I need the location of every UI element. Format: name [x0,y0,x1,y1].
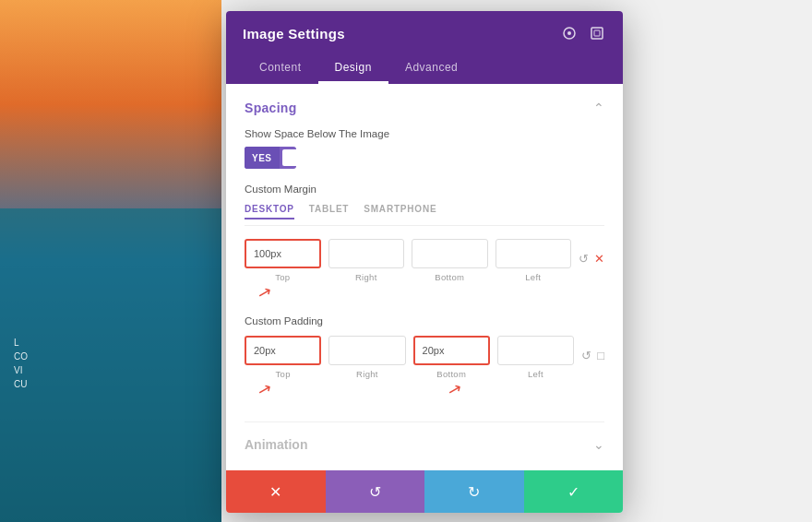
modal-body: Spacing ⌃ Show Space Below The Image YES… [226,84,623,470]
padding-right-group: Right [328,336,405,379]
padding-row-actions: ↺ □ [581,349,604,379]
margin-bottom-group: Bottom [412,239,488,282]
padding-right-input[interactable] [328,336,405,365]
teal-overlay: L CO VI CU [0,208,221,522]
expand-icon[interactable] [588,24,606,42]
margin-reset-icon[interactable]: ↺ [579,252,589,266]
animation-section: Animation ⌄ [245,422,604,461]
cancel-icon: ✕ [269,483,281,501]
svg-point-1 [567,31,571,35]
svg-rect-3 [594,30,600,36]
margin-top-label: Top [275,272,290,282]
overlay-text-1: L [14,338,208,348]
background-image: L CO VI CU [0,0,221,522]
show-space-row: Show Space Below The Image YES [245,128,604,169]
margin-top-group: Top [245,239,321,282]
animation-title: Animation [245,437,307,452]
image-settings-modal: Image Settings Content Design [226,11,623,513]
margin-clear-icon[interactable]: ✕ [594,252,604,266]
overlay-text-2: CO [14,351,208,362]
tab-design[interactable]: Design [318,53,388,84]
tab-content[interactable]: Content [243,53,318,84]
custom-margin-label: Custom Margin [245,184,604,195]
toggle-thumb [282,149,296,166]
padding-responsive-icon[interactable]: □ [597,349,604,362]
cancel-button[interactable]: ✕ [226,470,326,513]
margin-left-input[interactable] [496,239,572,268]
overlay-text-4: CU [14,379,208,389]
padding-bottom-label: Bottom [436,369,466,379]
padding-top-group: Top [245,336,321,379]
save-icon: ✓ [567,483,579,501]
device-tab-desktop[interactable]: DESKTOP [245,204,294,219]
device-tab-tablet[interactable]: TABLET [309,204,350,219]
reset-button[interactable]: ↺ [326,470,425,513]
padding-bottom-input[interactable] [413,336,490,365]
toggle-yes-label: YES [245,147,280,169]
margin-top-input[interactable] [245,239,321,268]
margin-right-group: Right [328,239,405,282]
padding-top-label: Top [276,369,291,379]
padding-left-label: Left [528,369,543,379]
padding-top-input[interactable] [245,336,321,365]
margin-row-actions: ↺ ✕ [579,252,604,282]
padding-right-label: Right [356,369,378,379]
save-button[interactable]: ✓ [524,470,624,513]
redo-icon: ↻ [468,483,480,501]
tab-advanced[interactable]: Advanced [388,53,474,84]
show-space-label: Show Space Below The Image [245,128,604,139]
device-tabs: DESKTOP TABLET SMARTPHONE [245,204,604,226]
padding-input-row: Top Right Bottom Left ↺ □ [245,336,604,379]
modal-title-row: Image Settings [243,24,606,42]
margin-left-group: Left [496,239,572,282]
device-tab-smartphone[interactable]: SMARTPHONE [364,204,436,219]
modal-tabs: Content Design Advanced [243,53,606,84]
modal-footer: ✕ ↺ ↻ ✓ [226,470,623,513]
margin-input-row: Top Right Bottom Left ↺ ✕ [245,239,604,282]
yes-no-toggle[interactable]: YES [245,147,296,169]
custom-padding-label: Custom Padding [245,315,604,326]
padding-left-group: Left [497,336,574,379]
animation-expand-icon[interactable]: ⌄ [593,437,604,452]
toggle-container: YES [245,147,604,169]
margin-left-label: Left [525,272,541,282]
modal-header-icons [560,24,606,42]
redo-button[interactable]: ↻ [424,470,524,513]
spacing-section: Spacing ⌃ Show Space Below The Image YES… [245,84,604,422]
overlay-text-3: VI [14,365,208,375]
padding-bottom-group: Bottom [413,336,490,379]
margin-right-input[interactable] [328,239,405,268]
reset-icon: ↺ [369,483,381,501]
padding-left-input[interactable] [497,336,574,365]
margin-right-label: Right [355,272,377,282]
margin-bottom-input[interactable] [412,239,488,268]
svg-rect-2 [591,28,603,39]
margin-bottom-label: Bottom [435,272,464,282]
padding-reset-icon[interactable]: ↺ [581,349,591,362]
spacing-section-header: Spacing ⌃ [245,101,604,115]
animation-section-header: Animation ⌄ [245,437,604,452]
spacing-title: Spacing [245,101,297,115]
modal-title: Image Settings [243,26,345,42]
modal-header: Image Settings Content Design [226,11,623,84]
spacing-collapse-icon[interactable]: ⌃ [593,101,604,115]
settings-icon[interactable] [560,24,579,42]
